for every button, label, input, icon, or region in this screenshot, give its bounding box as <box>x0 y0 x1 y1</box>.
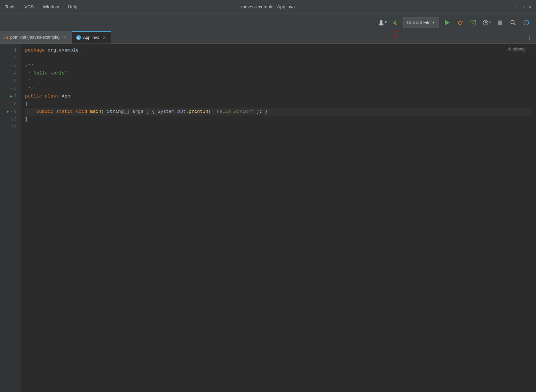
line-num-7: ▶ 7 <box>0 93 21 100</box>
svg-line-6 <box>458 24 458 24</box>
coverage-button[interactable] <box>468 17 479 28</box>
account-button[interactable]: ▼ <box>377 17 388 28</box>
app-java-tab-close[interactable]: ✕ <box>101 35 107 40</box>
code-editor[interactable]: package org.example; /** * Hello world! … <box>21 44 536 392</box>
line-num-3: ▸ 3 <box>0 62 21 70</box>
code-line-8: { <box>25 100 532 108</box>
code-line-3: /** <box>25 62 532 70</box>
line-num-9: ▶ ▸ 9 <box>0 108 21 116</box>
svg-text:↑: ↑ <box>525 21 527 25</box>
toolbar: ▼ Current File ▼ ▼ <box>0 14 536 31</box>
window-title: maven-example - App.java <box>241 4 295 9</box>
stop-button[interactable] <box>494 17 505 28</box>
pom-tab-label: pom.xml (maven-example) <box>10 35 60 40</box>
code-line-6: */ <box>25 85 532 93</box>
menu-window[interactable]: Window <box>41 3 60 10</box>
editor-area: 1 2 ▸ 3 4 5 ▸ 6 ▶ 7 8 ▶ ▸ 9 13 14 packag… <box>0 44 536 392</box>
close-button[interactable]: ✕ <box>527 4 533 10</box>
tab-pom-xml[interactable]: m pom.xml (maven-example) ✕ <box>0 31 72 44</box>
run-button[interactable] <box>441 17 452 28</box>
update-button[interactable]: ↑ <box>521 17 532 28</box>
svg-line-5 <box>462 21 463 22</box>
run-config-dropdown-arrow: ▼ <box>432 21 435 24</box>
line-num-13: 13 <box>0 116 21 123</box>
line-num-1: 1 <box>0 47 21 54</box>
tabs-more-button[interactable]: ⋮ <box>523 31 536 44</box>
run-gutter-7[interactable]: ▶ <box>10 93 13 100</box>
line-numbers: 1 2 ▸ 3 4 5 ▸ 6 ▶ 7 8 ▶ ▸ 9 13 14 <box>0 44 21 392</box>
svg-point-2 <box>458 21 462 25</box>
code-line-14 <box>25 123 532 131</box>
line-num-2: 2 <box>0 54 21 62</box>
menu-help[interactable]: Help <box>66 3 79 10</box>
code-line-13: } <box>25 116 532 123</box>
svg-marker-1 <box>445 20 450 25</box>
app-java-icon: G <box>76 35 81 40</box>
fold-icon-3: ▸ <box>10 62 13 70</box>
menu-bar: Tools VCS Window Help <box>3 3 79 10</box>
svg-line-7 <box>462 24 463 24</box>
tab-app-java[interactable]: G App.java ✕ <box>72 31 112 44</box>
line-num-6: ▸ 6 <box>0 85 21 93</box>
svg-rect-8 <box>471 20 476 25</box>
svg-point-0 <box>380 20 383 23</box>
maximize-button[interactable]: ☐ <box>520 4 526 10</box>
run-config-label: Current File <box>407 20 431 25</box>
profiler-button[interactable]: ▼ <box>481 17 492 28</box>
fold-icon-9: ▸ <box>10 108 13 116</box>
svg-line-12 <box>514 23 516 25</box>
svg-rect-10 <box>498 21 502 25</box>
line-num-5: 5 <box>0 77 21 85</box>
tabs-bar: m pom.xml (maven-example) ✕ G App.java ✕… <box>0 31 536 44</box>
code-line-2 <box>25 54 532 62</box>
title-bar: Tools VCS Window Help maven-example - Ap… <box>0 0 536 14</box>
run-config-button[interactable]: Current File ▼ <box>403 17 439 28</box>
code-line-4: * Hello world! <box>25 70 532 77</box>
menu-vcs[interactable]: VCS <box>23 3 35 10</box>
pom-tab-close[interactable]: ✕ <box>62 34 68 40</box>
app-java-tab-label: App.java <box>83 35 100 40</box>
svg-point-11 <box>511 20 514 24</box>
line-num-8: 8 <box>0 100 21 108</box>
code-line-9: public static void main( String[] args )… <box>25 108 532 116</box>
line-num-4: 4 <box>0 70 21 77</box>
debug-button[interactable] <box>455 17 466 28</box>
pom-icon: m <box>4 35 8 40</box>
minimize-button[interactable]: — <box>513 4 519 10</box>
code-line-1: package org.example; <box>25 47 532 54</box>
back-button[interactable] <box>390 17 401 28</box>
line-num-14: 14 <box>0 123 21 131</box>
svg-line-4 <box>458 21 458 22</box>
fold-icon-6: ▸ <box>10 85 13 93</box>
run-gutter-9[interactable]: ▶ <box>7 108 9 116</box>
code-line-7: public class App <box>25 93 532 100</box>
analyzing-status: Analyzing... <box>507 47 529 52</box>
window-controls: — ☐ ✕ <box>513 4 533 10</box>
search-button[interactable] <box>507 17 519 28</box>
code-line-5: * <box>25 77 532 85</box>
menu-tools[interactable]: Tools <box>3 3 17 10</box>
